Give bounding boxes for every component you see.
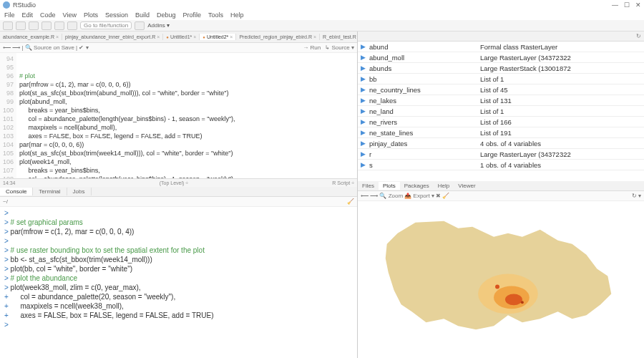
expand-icon[interactable]: ▶: [361, 161, 369, 168]
save-button[interactable]: [42, 21, 52, 30]
goto-function-input[interactable]: Go to file/function: [80, 21, 132, 29]
console-path: ~/: [3, 198, 8, 205]
environment-row[interactable]: ▶s1 obs. of 4 variables: [358, 160, 644, 170]
window-controls: — ☐ ✕: [612, 1, 641, 9]
menubar: File Edit Code View Plots Session Build …: [0, 10, 644, 20]
svg-point-3: [495, 284, 499, 289]
tab-console[interactable]: Console: [0, 188, 33, 195]
source-tab[interactable]: abundance_example.R×: [0, 34, 62, 40]
close-tab-icon[interactable]: ×: [56, 34, 59, 39]
env-object-name: bb: [369, 75, 480, 83]
cursor-position: 14:34: [3, 180, 16, 185]
expand-icon[interactable]: ▶: [361, 150, 369, 158]
plots-pane-tabs: Files Plots Packages Help Viewer: [358, 181, 644, 191]
expand-icon[interactable]: ▶: [361, 86, 369, 93]
expand-icon[interactable]: ▶: [361, 43, 369, 50]
menu-help[interactable]: Help: [230, 11, 244, 19]
expand-icon[interactable]: ▶: [361, 54, 369, 61]
env-object-name: s: [369, 161, 480, 169]
menu-build[interactable]: Build: [135, 11, 150, 19]
expand-icon[interactable]: ▶: [361, 118, 369, 125]
source-toolbar-left[interactable]: ⟵ ⟶ | 🔍 Source on Save | ✔ ▾: [3, 44, 89, 51]
menu-session[interactable]: Session: [105, 11, 128, 19]
expand-icon[interactable]: ▶: [361, 97, 369, 104]
close-tab-icon[interactable]: ×: [313, 34, 316, 39]
environment-row[interactable]: ▶ne_riversList of 166: [358, 117, 644, 127]
source-tabs: abundance_example.R×pinjay_abundance_inn…: [0, 32, 357, 43]
open-file-button[interactable]: [29, 21, 39, 30]
console-clear-icon[interactable]: 🧹: [347, 198, 354, 205]
plot-area: [358, 201, 644, 358]
env-object-name: abund_moll: [369, 54, 480, 62]
tab-plots[interactable]: Plots: [379, 182, 400, 190]
env-object-value: List of 45: [480, 86, 641, 94]
print-button[interactable]: [67, 21, 77, 30]
tab-jobs[interactable]: Jobs: [67, 188, 92, 195]
close-tab-icon[interactable]: ×: [230, 34, 233, 39]
source-tab[interactable]: Untitled1*×: [163, 34, 200, 40]
env-object-value: 1 obs. of 4 variables: [480, 161, 641, 169]
environment-row[interactable]: ▶ne_state_linesList of 191: [358, 127, 644, 138]
save-all-button[interactable]: [54, 21, 64, 30]
expand-icon[interactable]: ▶: [361, 107, 369, 115]
plots-toolbar-right[interactable]: ↻ ▾: [632, 193, 641, 199]
svg-point-4: [521, 301, 524, 304]
maximize-button[interactable]: ☐: [624, 1, 630, 9]
menu-edit[interactable]: Edit: [22, 11, 34, 19]
environment-row[interactable]: ▶abundFormal class RasterLayer: [358, 42, 644, 52]
minimize-button[interactable]: —: [612, 1, 618, 9]
source-tab[interactable]: Untitled2*×: [200, 34, 236, 40]
environment-row[interactable]: ▶ne_lakesList of 131: [358, 95, 644, 106]
environment-row[interactable]: ▶abundsLarge RasterStack (13001872: [358, 63, 644, 74]
source-tab[interactable]: Predicted_region_pinjay_ebird.R×: [236, 34, 320, 40]
source-button[interactable]: ↳ Source ▾: [325, 44, 354, 51]
environment-row[interactable]: ▶pinjay_dates4 obs. of 4 variables: [358, 138, 644, 149]
menu-view[interactable]: View: [63, 11, 77, 19]
env-object-name: abunds: [369, 64, 480, 72]
source-tab[interactable]: R_ebird_test.R×: [320, 34, 357, 40]
env-object-name: ne_lakes: [369, 97, 480, 105]
close-tab-icon[interactable]: ×: [157, 34, 160, 39]
run-button[interactable]: → Run: [303, 44, 321, 51]
menu-plots[interactable]: Plots: [84, 11, 98, 19]
tab-terminal[interactable]: Terminal: [33, 188, 67, 195]
environment-row[interactable]: ▶ne_landList of 1: [358, 106, 644, 117]
expand-icon[interactable]: ▶: [361, 64, 369, 72]
plots-toolbar-left[interactable]: ⟵ ⟶ 🔍 Zoom 📤 Export ▾ ✖ 🧹: [361, 193, 449, 199]
env-object-name: ne_land: [369, 107, 480, 115]
rstudio-logo-icon: [3, 1, 10, 9]
new-file-button[interactable]: [3, 21, 13, 30]
menu-code[interactable]: Code: [40, 11, 56, 19]
tab-files[interactable]: Files: [358, 182, 379, 190]
source-editor[interactable]: 9495969798991001011021031041051061071081…: [0, 53, 357, 178]
tab-packages[interactable]: Packages: [400, 182, 434, 190]
plot-image: [358, 201, 644, 358]
console-output[interactable]: >> # set graphical params> par(mfrow = c…: [0, 207, 357, 358]
environment-row[interactable]: ▶abund_mollLarge RasterLayer (34372322: [358, 52, 644, 63]
env-object-name: r: [369, 150, 480, 158]
file-type[interactable]: R Script ÷: [332, 180, 354, 185]
vcs-button[interactable]: [135, 21, 145, 30]
new-project-button[interactable]: [16, 21, 26, 30]
tab-help[interactable]: Help: [434, 182, 454, 190]
source-tab[interactable]: pinjay_abundance_inner_ebird_export.R×: [62, 34, 163, 40]
environment-row[interactable]: ▶rLarge RasterLayer (34372322: [358, 149, 644, 160]
menu-profile[interactable]: Profile: [183, 11, 202, 19]
addins-dropdown[interactable]: Addins ▾: [147, 22, 170, 29]
env-object-value: List of 1: [480, 75, 641, 83]
tab-viewer[interactable]: Viewer: [454, 182, 479, 190]
expand-icon[interactable]: ▶: [361, 140, 369, 147]
close-button[interactable]: ✕: [635, 1, 641, 9]
menu-debug[interactable]: Debug: [157, 11, 176, 19]
environment-row[interactable]: ▶ne_country_linesList of 45: [358, 84, 644, 95]
expand-icon[interactable]: ▶: [361, 75, 369, 82]
env-refresh-icon[interactable]: ↻: [636, 33, 641, 39]
environment-row[interactable]: ▶bbList of 1: [358, 74, 644, 84]
close-tab-icon[interactable]: ×: [193, 34, 196, 39]
scope-indicator[interactable]: (Top Level) ÷: [160, 180, 188, 185]
env-object-value: List of 1: [480, 107, 641, 115]
env-object-value: List of 131: [480, 97, 641, 105]
expand-icon[interactable]: ▶: [361, 129, 369, 136]
menu-file[interactable]: File: [4, 11, 15, 19]
menu-tools[interactable]: Tools: [208, 11, 223, 19]
